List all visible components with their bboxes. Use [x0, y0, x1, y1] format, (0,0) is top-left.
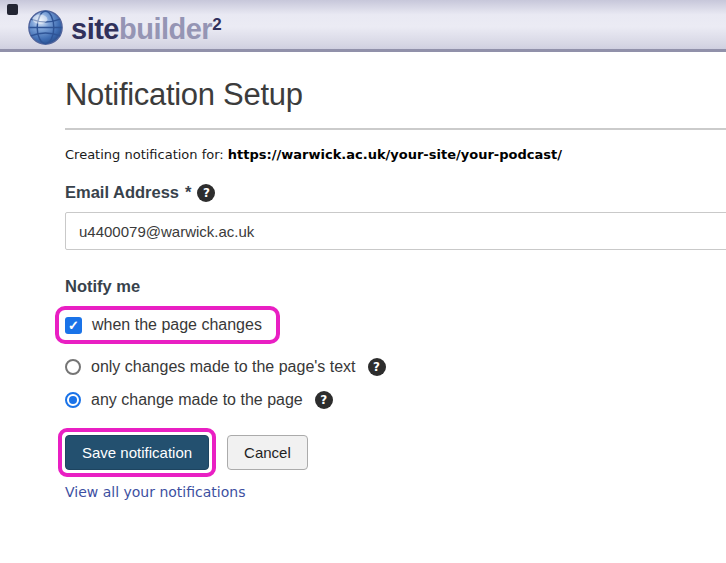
title-divider — [65, 128, 726, 130]
logo-superscript: 2 — [212, 15, 221, 34]
required-asterisk: * — [185, 183, 191, 202]
cancel-button[interactable]: Cancel — [227, 435, 308, 470]
page-title: Notification Setup — [65, 77, 726, 113]
notify-me-label: Notify me — [65, 277, 726, 296]
form-actions: Save notification Cancel — [65, 428, 726, 477]
email-label-row: Email Address * ? — [65, 183, 726, 202]
view-all-notifications-link[interactable]: View all your notifications — [65, 484, 245, 500]
help-icon[interactable]: ? — [315, 391, 333, 409]
help-icon[interactable]: ? — [368, 358, 386, 376]
radio-selected-icon[interactable] — [65, 392, 81, 408]
radio-unselected-icon[interactable] — [65, 359, 81, 375]
target-url: https://warwick.ac.uk/your-site/your-pod… — [228, 147, 562, 162]
annotation-highlight-save: Save notification — [58, 428, 216, 477]
save-notification-button[interactable]: Save notification — [65, 435, 209, 470]
email-input[interactable] — [65, 212, 726, 250]
app-header: sitebuilder2 — [0, 0, 726, 52]
help-icon[interactable]: ? — [197, 184, 215, 202]
globe-icon — [27, 9, 64, 46]
checkbox-checked-icon[interactable]: ✓ — [65, 317, 82, 334]
logo-builder: builder — [119, 13, 212, 45]
radio-label-text-changes[interactable]: only changes made to the page's text — [91, 358, 356, 376]
annotation-highlight-checkbox: ✓ when the page changes — [55, 306, 280, 344]
main-content: Notification Setup Creating notification… — [0, 77, 726, 501]
logo-text: sitebuilder2 — [71, 6, 221, 48]
window-corner-mark — [7, 4, 18, 15]
creating-label: Creating notification for: — [65, 147, 224, 162]
radio-label-any-change[interactable]: any change made to the page — [91, 391, 303, 409]
page-changes-checkbox-row[interactable]: ✓ when the page changes — [65, 316, 262, 334]
email-label: Email Address — [65, 183, 179, 202]
radio-row-any-change[interactable]: any change made to the page ? — [65, 391, 726, 409]
radio-row-text-changes[interactable]: only changes made to the page's text ? — [65, 358, 726, 376]
sitebuilder-logo[interactable]: sitebuilder2 — [27, 6, 221, 48]
creating-notification-line: Creating notification for: https://warwi… — [65, 147, 726, 162]
checkbox-label[interactable]: when the page changes — [92, 316, 262, 334]
logo-site: site — [71, 13, 119, 45]
